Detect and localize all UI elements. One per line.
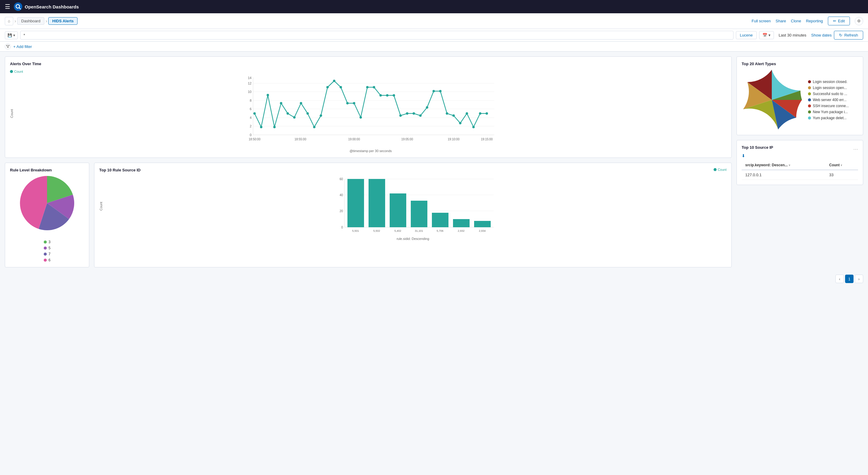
svg-point-43 [412,112,415,115]
svg-point-28 [313,126,315,128]
refresh-button[interactable]: ↻ Refresh [834,31,863,39]
dropdown-icon: ▾ [769,33,771,37]
svg-point-22 [273,126,276,128]
filter-icon[interactable] [5,43,11,50]
prev-page-button[interactable]: ‹ [835,275,844,283]
svg-point-31 [333,80,335,82]
rule-level-breakdown-panel: Rule Level Breakdown [5,162,89,267]
full-screen-button[interactable]: Full screen [752,19,771,23]
legend-web-server: Web server 400 err... [808,98,849,102]
edit-button[interactable]: ✏ Edit [828,17,850,25]
legend-dot-yum-delete [808,117,811,119]
svg-point-40 [393,94,395,96]
funnel-icon [6,44,10,48]
add-filter-button[interactable]: + Add filter [13,44,32,49]
bar-count-legend: Count [714,168,726,171]
alerts-line-chart: 0 2 4 6 8 10 12 14 [15,75,726,147]
save-icon: 💾 [7,33,12,37]
calendar-button[interactable]: 📅 ▾ [759,31,774,39]
svg-text:2,932: 2,932 [458,229,465,232]
svg-point-52 [472,126,475,128]
svg-point-25 [293,116,296,119]
search-input[interactable] [20,31,734,39]
bar-x-label: rule.sidid: Descending [99,237,726,240]
save-search-button[interactable]: 💾 ▾ [5,31,18,39]
svg-point-37 [373,86,375,88]
svg-point-35 [360,116,362,119]
language-selector[interactable]: Lucene [736,31,757,39]
share-button[interactable]: Share [776,19,786,23]
rule-level-title: Rule Level Breakdown [10,168,84,172]
svg-point-38 [379,94,382,96]
svg-point-46 [433,90,435,92]
svg-text:19:10:00: 19:10:00 [448,138,460,141]
col-count[interactable]: Count ▾ [826,160,858,170]
col-srcip[interactable]: srcip.keyword: Descen... ▾ [742,160,826,170]
alert-types-legend: Login session closed. Login session open… [808,80,849,120]
svg-point-26 [300,102,302,105]
source-ip-table: srcip.keyword: Descen... ▾ Count ▾ 127.0… [742,160,858,180]
legend-item-5: 5 [44,246,51,250]
svg-text:20: 20 [340,209,343,213]
y-axis-label: Count [10,75,13,153]
gear-icon: ⚙ [857,19,861,23]
hamburger-menu[interactable]: ☰ [5,3,10,10]
alerts-over-time-panel: Alerts Over Time Count Count [5,56,732,158]
svg-point-24 [286,112,289,115]
svg-rect-73 [411,201,427,227]
reporting-button[interactable]: Reporting [806,19,823,23]
top-source-ip-panel: Top 10 Source IP ⋯ ⬇ srcip.keyword: Desc… [737,140,863,185]
breadcrumb-separator-2: › [45,19,47,24]
breadcrumb-hids-alerts[interactable]: HIDS Alerts [48,17,78,25]
svg-point-45 [426,106,428,109]
alerts-over-time-title: Alerts Over Time [10,62,726,66]
svg-text:14: 14 [248,76,251,80]
svg-text:2,934: 2,934 [479,229,486,232]
svg-point-42 [406,112,408,115]
legend-login-open: Login session open... [808,86,849,90]
cell-ip: 127.0.0.1 [742,170,826,180]
svg-text:19:00:00: 19:00:00 [348,138,360,141]
svg-text:31,101: 31,101 [415,229,423,232]
app-logo: OpenSearch Dashboards [14,2,79,11]
home-button[interactable]: ⌂ [5,17,13,25]
svg-text:0: 0 [250,133,251,137]
svg-point-41 [399,114,402,117]
legend-dot-ssh [808,105,811,108]
svg-text:60: 60 [340,177,343,181]
svg-point-49 [453,114,455,117]
top-alert-types-panel: Top 20 Alert Types [737,56,863,135]
svg-point-32 [340,86,342,88]
svg-text:12: 12 [248,82,251,85]
svg-point-47 [439,90,441,92]
svg-point-21 [267,94,269,96]
legend-ssh: SSH insecure conne... [808,104,849,108]
download-button[interactable]: ⬇ [742,153,858,158]
breadcrumb-dashboard[interactable]: Dashboard [17,17,44,25]
x-axis-label: @timestamp per 30 seconds [15,149,726,153]
svg-text:19:15:00: 19:15:00 [481,138,493,141]
svg-point-29 [320,114,322,117]
legend-dot-web-server [808,98,811,101]
svg-rect-75 [453,219,470,227]
panel-options-button[interactable]: ⋯ [853,146,858,152]
search-bar: 💾 ▾ Lucene 📅 ▾ Last 30 minutes Show date… [0,29,868,42]
settings-button[interactable]: ⚙ [855,17,863,25]
count-legend: Count [10,70,23,73]
svg-text:18:55:00: 18:55:00 [294,138,306,141]
legend-item-3: 3 [44,240,51,244]
breadcrumb: ⌂ › Dashboard › HIDS Alerts [5,17,78,25]
legend-dot-6 [44,259,47,262]
page-1-button[interactable]: 1 [845,275,854,283]
legend-dot-login-closed [808,80,811,83]
top-rule-source-title: Top 10 Rule Source ID [99,168,141,172]
next-page-button[interactable]: › [855,275,863,283]
legend-dot-yum-new [808,111,811,114]
legend-yum-delete: Yum package delet... [808,116,849,120]
svg-point-50 [459,122,461,124]
svg-text:19:05:00: 19:05:00 [401,138,413,141]
svg-rect-70 [347,179,364,227]
breadcrumb-separator: › [14,19,16,24]
clone-button[interactable]: Clone [791,19,801,23]
show-dates-button[interactable]: Show dates [811,33,832,37]
